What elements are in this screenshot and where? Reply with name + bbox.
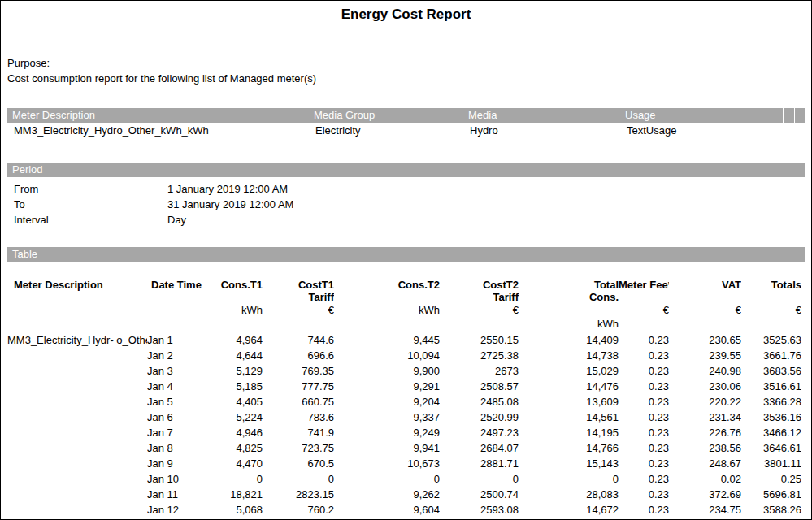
period-interval-label: Interval (7, 212, 167, 228)
col-meter-description: Meter Description (7, 280, 147, 292)
table-body: MM3_Electricity_Hydr- o_Other_kWh_kWhJan… (7, 334, 801, 519)
col-cost-t2: CostT2 (440, 280, 519, 292)
value-cell: 14,561 (519, 411, 619, 427)
header-spacer (263, 318, 334, 334)
value-cell: 9,900 (334, 365, 440, 380)
col-cost-t2-tariff: Tariff (440, 292, 519, 304)
meter-header-spacer-2 (794, 108, 805, 123)
unit-cost-t1: € (263, 304, 334, 318)
unit-cons-t1: kWh (202, 304, 263, 318)
meter-name-cell (7, 442, 147, 457)
cost-table-header: Meter Description Date Time Cons.T1 Cost… (7, 280, 801, 334)
value-cell: 239.55 (669, 349, 741, 365)
header-spacer (202, 292, 263, 304)
value-cell: 2520.99 (440, 411, 519, 427)
value-cell: 2593.08 (440, 504, 519, 519)
header-spacer (669, 318, 741, 334)
table-row: Jan 45,185777.759,2912508.5714,4760.2323… (7, 380, 801, 396)
header-spacer (619, 292, 669, 304)
table-row: Jan 10000000.230.020.25 (7, 473, 801, 488)
value-cell: 777.75 (263, 380, 334, 396)
value-cell: 0.23 (619, 442, 669, 457)
table-row: MM3_Electricity_Hydr- o_Other_kWh_kWhJan… (7, 334, 801, 349)
value-cell: 9,262 (334, 488, 440, 504)
value-cell: 15,143 (519, 457, 619, 473)
value-cell: 14,672 (519, 504, 619, 519)
unit-cost-t2: € (440, 304, 519, 318)
header-spacer (741, 292, 801, 304)
value-cell: 2725.38 (440, 349, 519, 365)
period-section-bar: Period (7, 162, 805, 177)
value-cell: 2881.71 (440, 457, 519, 473)
value-cell: 3683.56 (741, 365, 801, 380)
value-cell: 0.23 (619, 396, 669, 411)
value-cell: 0 (334, 473, 440, 488)
value-cell: 5,068 (202, 504, 263, 519)
value-cell: 3661.76 (741, 349, 801, 365)
unit-cons-t2: kWh (334, 304, 440, 318)
value-cell: 2684.07 (440, 442, 519, 457)
media-value: Hydro (468, 123, 625, 138)
value-cell: 2497.23 (440, 427, 519, 442)
value-cell: 9,445 (334, 334, 440, 349)
meter-name-cell: MM3_Electricity_Hydr- o_Other_kWh_kWh (7, 334, 147, 349)
value-cell: 0.23 (619, 457, 669, 473)
value-cell: 4,644 (202, 349, 263, 365)
value-cell: 660.75 (263, 396, 334, 411)
value-cell: 3801.11 (741, 457, 801, 473)
value-cell: 4,405 (202, 396, 263, 411)
purpose-section: Purpose: Cost consumption report for the… (7, 55, 805, 86)
value-cell: 13,609 (519, 396, 619, 411)
date-cell: Jan 5 (147, 396, 202, 411)
date-cell: Jan 7 (147, 427, 202, 442)
unit-totals: € (741, 304, 801, 318)
header-spacer (334, 292, 440, 304)
report-title: Energy Cost Report (1, 1, 811, 23)
meter-row: MM3_Electricity_Hydro_Other_kWh_kWh Elec… (7, 123, 805, 138)
table-row: Jan 1118,8212823.159,2622500.7428,0830.2… (7, 488, 801, 504)
value-cell: 670.5 (263, 457, 334, 473)
value-cell: 230.65 (669, 334, 741, 349)
meter-header-meter-description: Meter Description (12, 108, 314, 123)
value-cell: 3525.63 (741, 334, 801, 349)
value-cell: 0.23 (619, 427, 669, 442)
value-cell: 9,291 (334, 380, 440, 396)
value-cell: 0.23 (619, 411, 669, 427)
date-cell: Jan 10 (147, 473, 202, 488)
value-cell: 231.34 (669, 411, 741, 427)
period-interval-value: Day (167, 212, 186, 228)
usage-value: TextUsage (625, 123, 783, 138)
date-cell: Jan 2 (147, 349, 202, 365)
meter-name-cell (7, 396, 147, 411)
value-cell: 14,476 (519, 380, 619, 396)
value-cell: 0.23 (619, 504, 669, 519)
value-cell: 9,204 (334, 396, 440, 411)
table-row: Jan 84,825723.759,9412684.0714,7660.2323… (7, 442, 801, 457)
col-total: Total (519, 280, 619, 292)
header-spacer (519, 304, 619, 318)
meter-description-value: MM3_Electricity_Hydro_Other_kWh_kWh (12, 123, 314, 138)
value-cell: 0 (202, 473, 263, 488)
value-cell: 14,766 (519, 442, 619, 457)
period-to-value: 31 January 2019 12:00 AM (167, 197, 293, 212)
value-cell: 5,224 (202, 411, 263, 427)
header-spacer (202, 318, 263, 334)
header-spacer (7, 318, 147, 334)
date-cell: Jan 6 (147, 411, 202, 427)
value-cell: 2485.08 (440, 396, 519, 411)
purpose-label: Purpose: (7, 55, 805, 71)
col-cons-t2: Cons.T2 (334, 280, 440, 292)
col-total-cons: Cons. (519, 292, 619, 304)
value-cell: 230.06 (669, 380, 741, 396)
date-cell: Jan 3 (147, 365, 202, 380)
meter-row-spacer-2 (794, 123, 805, 138)
table-row: Jan 24,644696.610,0942725.3814,7380.2323… (7, 349, 801, 365)
header-spacer (619, 318, 669, 334)
period-to-label: To (7, 197, 167, 212)
table-section-bar: Table (7, 247, 805, 262)
meter-header-usage: Usage (625, 108, 783, 123)
meter-name-cell (7, 488, 147, 504)
meter-name-cell (7, 365, 147, 380)
value-cell: 2673 (440, 365, 519, 380)
value-cell: 9,604 (334, 504, 440, 519)
